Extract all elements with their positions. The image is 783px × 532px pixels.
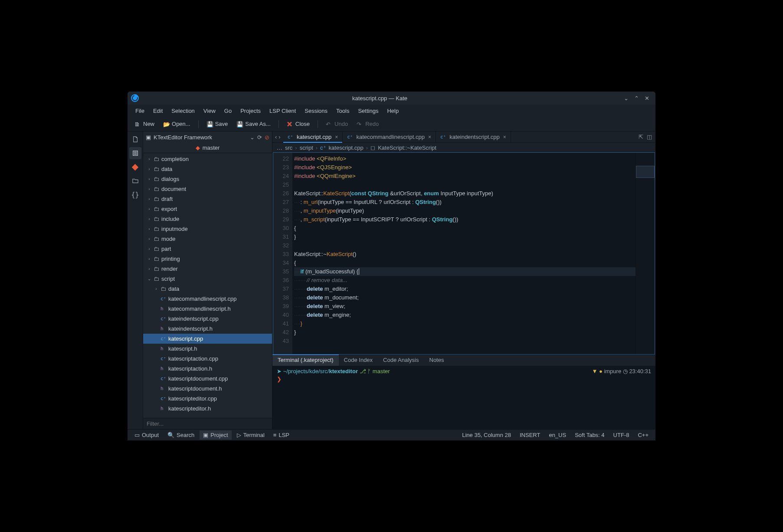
chevron-down-icon[interactable]: ⌄ <box>250 134 255 141</box>
tree-file[interactable]: c⁺katescriptaction.cpp <box>143 354 272 364</box>
tree-folder[interactable]: ›🗀inputmode <box>143 224 272 234</box>
tree-folder[interactable]: ›🗀data <box>143 284 272 294</box>
tab-close-icon[interactable]: × <box>428 134 431 140</box>
status-lang[interactable]: en_US <box>545 430 570 440</box>
tree-folder[interactable]: ›🗀draft <box>143 194 272 204</box>
tree-file[interactable]: hkatescriptdocument.h <box>143 384 272 394</box>
status-terminal[interactable]: ▷Terminal <box>233 430 268 440</box>
tree-folder[interactable]: ›🗀completion <box>143 154 272 164</box>
status-filetype[interactable]: C++ <box>634 430 652 440</box>
status-bar: ▭Output 🔍Search ▣Project ▷Terminal ≡LSP … <box>128 429 655 440</box>
nav-back-icon[interactable]: ‹ <box>275 134 277 140</box>
tree-folder[interactable]: ›🗀mode <box>143 234 272 244</box>
filesystem-tab[interactable] <box>129 175 141 187</box>
editor-tab[interactable]: c⁺katecommandlinescript.cpp× <box>343 131 436 142</box>
menu-lsp-client[interactable]: LSP Client <box>265 106 300 116</box>
tree-file[interactable]: hkatescripteditor.h <box>143 404 272 414</box>
tree-file[interactable]: hkatecommandlinescript.h <box>143 304 272 314</box>
breadcrumb-item[interactable]: script <box>300 144 313 151</box>
saveas-button[interactable]: 💾Save As... <box>233 119 274 129</box>
bottom-tab[interactable]: Code Index <box>339 355 378 366</box>
tab-close-icon[interactable]: × <box>503 134 506 140</box>
menu-settings[interactable]: Settings <box>354 106 383 116</box>
tree-file[interactable]: c⁺katecommandlinescript.cpp <box>143 294 272 304</box>
pin-icon[interactable]: ⇱ <box>639 134 643 140</box>
save-button[interactable]: 💾Save <box>203 119 232 129</box>
redo-button[interactable]: ↷Redo <box>353 119 382 129</box>
menu-sessions[interactable]: Sessions <box>300 106 332 116</box>
branch-bar[interactable]: ◆ master <box>143 143 272 153</box>
tree-folder[interactable]: ›🗀include <box>143 214 272 224</box>
tree-label: script <box>161 276 175 282</box>
menu-selection[interactable]: Selection <box>167 106 199 116</box>
tree-folder[interactable]: ›🗀export <box>143 204 272 214</box>
cpp-icon: c⁺ <box>161 316 167 322</box>
status-position[interactable]: Line 35, Column 28 <box>459 430 514 440</box>
menu-edit[interactable]: Edit <box>149 106 167 116</box>
symbols-tab[interactable]: {} <box>129 189 141 201</box>
git-tab[interactable] <box>129 161 141 173</box>
tree-file[interactable]: hkatescriptaction.h <box>143 364 272 374</box>
code-area[interactable]: #include <QFileInfo> #include <QJSEngine… <box>292 153 636 354</box>
undo-button[interactable]: ↶Undo <box>322 119 351 129</box>
menu-projects[interactable]: Projects <box>236 106 265 116</box>
menu-tools[interactable]: Tools <box>332 106 354 116</box>
menu-go[interactable]: Go <box>220 106 236 116</box>
reload-icon[interactable]: ⟳ <box>257 134 262 141</box>
terminal-panel[interactable]: ➤ ~/projects/kde/src/ktexteditor ⎇ ᚠ mas… <box>272 366 655 429</box>
status-encoding[interactable]: UTF-8 <box>610 430 633 440</box>
bottom-tab[interactable]: Notes <box>424 355 449 366</box>
menu-file[interactable]: File <box>131 106 149 116</box>
status-tabs[interactable]: Soft Tabs: 4 <box>571 430 608 440</box>
close-button[interactable]: 🗙Close <box>283 119 313 129</box>
status-output[interactable]: ▭Output <box>131 430 162 440</box>
project-tab[interactable] <box>129 147 141 159</box>
menu-help[interactable]: Help <box>383 106 403 116</box>
tree-folder[interactable]: ›🗀part <box>143 244 272 254</box>
project-selector[interactable]: ▣ KTextEditor Framework <box>146 134 247 141</box>
tree-folder[interactable]: ›🗀render <box>143 264 272 274</box>
tree-file[interactable]: c⁺katescript.cpp <box>143 334 272 344</box>
filter-input[interactable] <box>143 418 272 429</box>
tree-folder[interactable]: ›🗀document <box>143 184 272 194</box>
bottom-tab[interactable]: Terminal (.kateproject) <box>272 355 339 366</box>
tree-file[interactable]: hkatescript.h <box>143 344 272 354</box>
status-search[interactable]: 🔍Search <box>164 430 198 440</box>
h-icon: h <box>161 406 167 411</box>
tree-folder[interactable]: ›🗀dialogs <box>143 174 272 184</box>
redo-icon: ↷ <box>357 121 363 127</box>
tab-close-icon[interactable]: × <box>335 134 338 140</box>
file-tree[interactable]: ›🗀completion›🗀data›🗀dialogs›🗀document›🗀d… <box>143 153 272 418</box>
status-lsp[interactable]: ≡LSP <box>270 430 293 440</box>
tree-file[interactable]: c⁺kateindentscript.cpp <box>143 314 272 324</box>
tree-folder[interactable]: ›🗀printing <box>143 254 272 264</box>
bottom-tab[interactable]: Code Analysis <box>378 355 424 366</box>
breadcrumb-symbol[interactable]: KateScript::~KateScript <box>378 144 436 151</box>
open-button[interactable]: 📂Open... <box>160 119 194 129</box>
minimize-button[interactable]: ⌄ <box>621 95 631 102</box>
minimap-viewport[interactable] <box>636 166 655 178</box>
tree-label: export <box>161 206 177 212</box>
menu-view[interactable]: View <box>199 106 220 116</box>
breadcrumb-ellipsis[interactable]: … <box>277 144 282 151</box>
new-button[interactable]: 🗎New <box>131 119 158 129</box>
tree-folder[interactable]: ⌄🗀script <box>143 274 272 284</box>
split-icon[interactable]: ◫ <box>647 134 652 140</box>
documents-tab[interactable] <box>129 133 141 145</box>
close-window-button[interactable]: ✕ <box>642 95 652 102</box>
editor-tab[interactable]: c⁺katescript.cpp× <box>283 131 343 142</box>
breadcrumb-item[interactable]: katescript.cpp <box>329 144 364 151</box>
tree-folder[interactable]: ›🗀data <box>143 164 272 174</box>
editor-tab[interactable]: c⁺kateindentscript.cpp× <box>436 131 511 142</box>
tree-file[interactable]: c⁺katescripteditor.cpp <box>143 394 272 404</box>
status-project[interactable]: ▣Project <box>200 430 231 440</box>
tree-file[interactable]: hkateindentscript.h <box>143 324 272 334</box>
status-mode[interactable]: INSERT <box>516 430 544 440</box>
close-project-icon[interactable]: ⊘ <box>265 134 269 141</box>
maximize-button[interactable]: ⌃ <box>631 95 642 102</box>
editor[interactable]: 2223242526272829303132333435363738394041… <box>273 152 655 355</box>
breadcrumb-item[interactable]: src <box>285 144 292 151</box>
nav-forward-icon[interactable]: › <box>278 134 280 140</box>
minimap[interactable] <box>636 153 655 354</box>
tree-file[interactable]: c⁺katescriptdocument.cpp <box>143 374 272 384</box>
